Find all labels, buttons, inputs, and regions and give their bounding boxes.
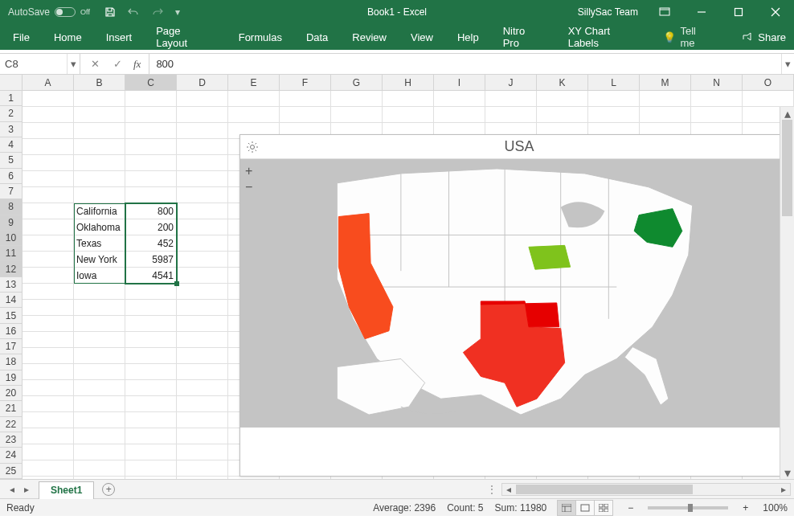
cell-D10[interactable] [177,235,228,252]
cell-C17[interactable] [125,348,177,364]
cell-B11[interactable]: New York [74,252,125,268]
zoom-out-button[interactable]: − [624,502,636,514]
sheet-tab-sheet1[interactable]: Sheet1 [39,481,94,499]
column-header-J[interactable]: J [485,75,537,90]
cell-A19[interactable] [23,380,74,396]
column-header-O[interactable]: O [743,75,794,90]
cell-A20[interactable] [23,396,74,412]
page-layout-view-icon[interactable] [575,500,595,516]
row-header-22[interactable]: 22 [0,417,23,432]
cell-C10[interactable]: 452 [125,235,177,252]
column-header-A[interactable]: A [23,75,74,90]
zoom-in-button[interactable]: + [739,502,751,514]
cell-D17[interactable] [177,348,228,364]
cell-B6[interactable] [74,171,125,187]
hscroll-thumb[interactable] [516,485,693,494]
tab-help[interactable]: Help [452,24,484,50]
cell-D25[interactable] [177,477,228,479]
cell-A17[interactable] [23,348,74,364]
cell-B5[interactable] [74,155,125,171]
zoom-level[interactable]: 100% [763,502,788,514]
cell-D8[interactable] [177,203,228,219]
gear-icon[interactable] [240,141,264,153]
cell-A4[interactable] [23,139,74,155]
ribbon-display-options-icon[interactable] [646,0,683,24]
cell-C18[interactable] [125,364,177,380]
vertical-scrollbar[interactable]: ▴ ▾ [780,107,794,479]
column-header-G[interactable]: G [331,75,383,90]
cell-C19[interactable] [125,380,177,396]
cell-I2[interactable] [434,107,485,123]
cell-D23[interactable] [177,444,228,460]
column-header-E[interactable]: E [228,75,280,90]
cell-D15[interactable] [177,316,228,332]
save-icon[interactable] [104,6,116,18]
cell-K25[interactable] [537,477,588,479]
cell-N25[interactable] [691,477,743,479]
cell-D6[interactable] [177,171,228,187]
cell-B1[interactable] [74,91,125,107]
cell-D7[interactable] [177,187,228,203]
map-chart-object[interactable]: USA ◂ [239,134,794,477]
tab-nitro-pro[interactable]: Nitro Pro [498,24,549,50]
cell-L2[interactable] [588,107,640,123]
row-header-2[interactable]: 2 [0,106,23,121]
cell-H2[interactable] [383,107,434,123]
undo-icon[interactable] [127,6,140,18]
cell-C21[interactable] [125,412,177,428]
new-sheet-button[interactable]: + [99,480,118,499]
tab-xy-chart-labels[interactable]: XY Chart Labels [563,24,649,50]
cell-grid[interactable]: California800Oklahoma200Texas452New York… [23,91,794,479]
cell-A21[interactable] [23,412,74,428]
row-header-1[interactable]: 1 [0,91,23,106]
cell-B23[interactable] [74,444,125,460]
row-header-13[interactable]: 13 [0,277,23,293]
cell-A11[interactable] [23,252,74,268]
cell-I1[interactable] [434,91,485,107]
cell-D14[interactable] [177,300,228,316]
tab-nav-next-icon[interactable]: ▸ [19,480,34,499]
row-header-5[interactable]: 5 [0,153,23,168]
cell-H25[interactable] [383,477,434,479]
column-header-L[interactable]: L [588,75,640,90]
tab-nav-prev-icon[interactable]: ◂ [5,480,19,499]
cell-A8[interactable] [23,203,74,219]
row-header-24[interactable]: 24 [0,448,23,463]
cell-B8[interactable]: California [74,203,125,219]
cell-B13[interactable] [74,284,125,300]
scroll-down-icon[interactable]: ▾ [780,466,794,479]
cell-B24[interactable] [74,460,125,477]
cell-L1[interactable] [588,91,640,107]
cell-B12[interactable]: Iowa [74,268,125,284]
select-all-corner[interactable] [0,75,23,90]
tab-file[interactable]: File [8,24,35,50]
cell-B20[interactable] [74,396,125,412]
cell-B22[interactable] [74,428,125,444]
maximize-icon[interactable] [720,0,757,24]
row-header-10[interactable]: 10 [0,231,23,246]
cell-B7[interactable] [74,187,125,203]
cell-F1[interactable] [280,91,331,107]
cell-A3[interactable] [23,123,74,139]
row-header-12[interactable]: 12 [0,261,23,276]
normal-view-icon[interactable] [557,500,576,516]
cell-F25[interactable] [280,477,331,479]
tab-split-handle[interactable]: ⋮ [487,484,497,495]
cell-B3[interactable] [74,123,125,139]
cell-I25[interactable] [434,477,485,479]
cell-C23[interactable] [125,444,177,460]
cell-J25[interactable] [485,477,537,479]
qat-customize-icon[interactable]: ▾ [175,6,180,18]
cell-D20[interactable] [177,396,228,412]
cell-A25[interactable] [23,477,74,479]
cell-D3[interactable] [177,123,228,139]
column-header-H[interactable]: H [383,75,434,90]
cell-A1[interactable] [23,91,74,107]
name-box-dropdown-icon[interactable]: ▾ [67,54,80,74]
cell-M1[interactable] [640,91,691,107]
row-header-25[interactable]: 25 [0,464,23,479]
cell-B4[interactable] [74,139,125,155]
cell-A2[interactable] [23,107,74,123]
cell-C12[interactable]: 4541 [125,268,177,284]
cell-C15[interactable] [125,316,177,332]
